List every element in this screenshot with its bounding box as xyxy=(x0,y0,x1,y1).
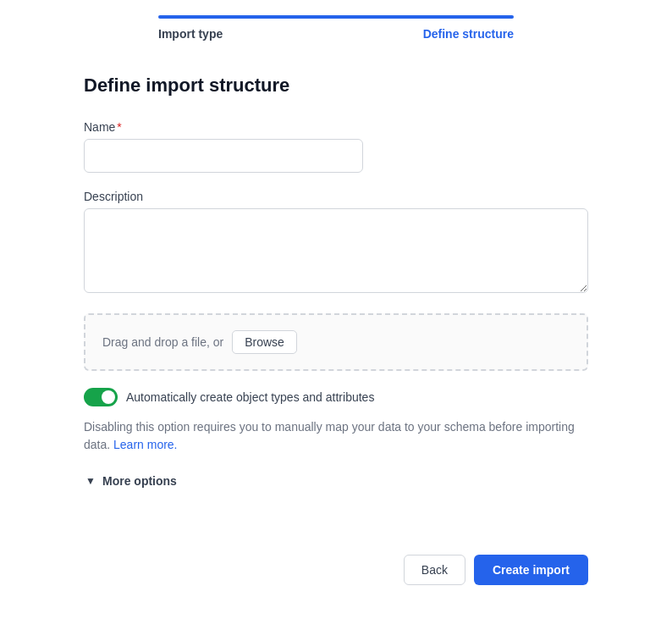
learn-more-link[interactable]: Learn more. xyxy=(113,438,177,451)
more-options-row[interactable]: ▼ More options xyxy=(84,474,588,488)
browse-button[interactable]: Browse xyxy=(232,330,297,354)
name-input[interactable] xyxy=(84,139,363,173)
stepper-bar-right xyxy=(336,15,514,19)
toggle-label: Automatically create object types and at… xyxy=(126,390,374,404)
stepper-bar-left xyxy=(158,15,336,19)
create-import-button[interactable]: Create import xyxy=(474,555,588,585)
helper-text: Disabling this option requires you to ma… xyxy=(84,418,588,454)
page-title: Define import structure xyxy=(84,75,588,97)
toggle-thumb xyxy=(102,390,115,404)
toggle-track xyxy=(84,388,118,406)
description-input[interactable] xyxy=(84,208,588,293)
stepper-step2-label: Define structure xyxy=(423,27,514,41)
drop-zone[interactable]: Drag and drop a file, or Browse xyxy=(84,313,588,371)
stepper-labels: Import type Define structure xyxy=(158,27,514,41)
name-label: Name* xyxy=(84,120,588,134)
more-options-label: More options xyxy=(102,474,177,488)
name-field-group: Name* xyxy=(84,120,588,173)
back-button[interactable]: Back xyxy=(404,555,465,585)
page-container: Import type Define structure Define impo… xyxy=(0,0,672,619)
drop-zone-text: Drag and drop a file, or xyxy=(102,335,223,349)
stepper: Import type Define structure xyxy=(0,0,672,41)
stepper-step1-label: Import type xyxy=(158,27,223,41)
description-label: Description xyxy=(84,190,588,203)
description-field-group: Description xyxy=(84,190,588,296)
stepper-bar xyxy=(158,15,514,19)
auto-create-toggle[interactable] xyxy=(84,388,118,406)
required-indicator: * xyxy=(117,120,121,134)
footer-buttons: Back Create import xyxy=(0,555,672,619)
main-content: Define import structure Name* Descriptio… xyxy=(0,75,672,555)
toggle-row: Automatically create object types and at… xyxy=(84,388,588,406)
chevron-down-icon: ▼ xyxy=(84,474,97,488)
